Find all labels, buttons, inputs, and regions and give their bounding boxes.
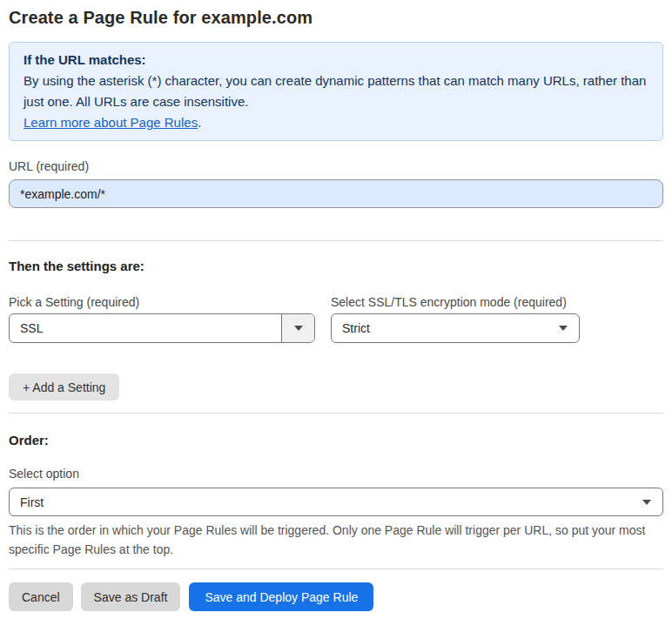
save-draft-button[interactable]: Save as Draft xyxy=(81,582,181,611)
divider xyxy=(9,569,663,569)
encryption-mode-label: Select SSL/TLS encryption mode (required… xyxy=(331,294,580,310)
add-setting-button[interactable]: + Add a Setting xyxy=(9,373,119,400)
chevron-down-icon xyxy=(559,326,568,331)
order-help-text: This is the order in which your Page Rul… xyxy=(9,521,663,559)
url-label: URL (required) xyxy=(9,158,663,174)
footer-actions: Cancel Save as Draft Save and Deploy Pag… xyxy=(9,582,663,611)
pick-setting-select[interactable]: SSL xyxy=(9,313,315,343)
order-heading: Order: xyxy=(9,433,663,448)
cancel-button[interactable]: Cancel xyxy=(9,582,73,611)
order-select-value: First xyxy=(10,495,642,509)
settings-fields-row: Pick a Setting (required) SSL Select SSL… xyxy=(9,294,663,343)
order-select-label: Select option xyxy=(9,466,663,481)
page-title: Create a Page Rule for example.com xyxy=(9,5,663,30)
info-box-link-line: Learn more about Page Rules. xyxy=(24,112,648,133)
pick-setting-label: Pick a Setting (required) xyxy=(9,294,315,310)
chevron-down-icon xyxy=(642,500,651,505)
info-box-body: By using the asterisk (*) character, you… xyxy=(24,71,648,112)
order-select[interactable]: First xyxy=(9,488,663,516)
divider xyxy=(9,413,663,414)
pick-setting-value: SSL xyxy=(10,321,281,335)
info-box-heading: If the URL matches: xyxy=(24,50,648,71)
settings-heading: Then the settings are: xyxy=(9,259,663,274)
divider xyxy=(9,240,663,241)
learn-more-suffix: . xyxy=(198,115,201,130)
url-input[interactable] xyxy=(9,179,663,208)
chevron-down-icon xyxy=(294,326,303,331)
learn-more-link[interactable]: Learn more about Page Rules xyxy=(24,115,198,130)
encryption-mode-value: Strict xyxy=(332,321,559,335)
pick-setting-dropdown-button[interactable] xyxy=(281,314,314,342)
info-box: If the URL matches: By using the asteris… xyxy=(9,42,663,141)
encryption-mode-select[interactable]: Strict xyxy=(331,313,580,343)
encryption-mode-field: Select SSL/TLS encryption mode (required… xyxy=(331,294,580,343)
save-deploy-button[interactable]: Save and Deploy Page Rule xyxy=(189,582,373,611)
pick-setting-field: Pick a Setting (required) SSL xyxy=(9,294,315,343)
page-rule-form: Create a Page Rule for example.com If th… xyxy=(0,5,672,611)
